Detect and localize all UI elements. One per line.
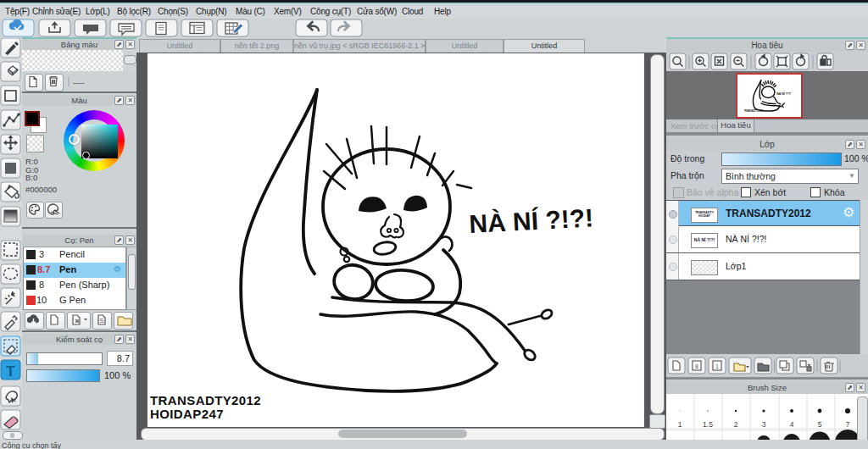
svg-text:7: 7 bbox=[846, 420, 850, 429]
svg-text:1: 1 bbox=[678, 420, 682, 429]
svg-text:NÀ NÍ ?!?!: NÀ NÍ ?!?! bbox=[776, 91, 791, 96]
svg-text:T: T bbox=[6, 363, 15, 380]
svg-text:4: 4 bbox=[790, 420, 794, 429]
svg-text:3: 3 bbox=[762, 420, 766, 429]
svg-text:5: 5 bbox=[818, 420, 822, 429]
svg-text:HOIDAP247: HOIDAP247 bbox=[150, 407, 224, 421]
svg-text:1.5: 1.5 bbox=[703, 420, 713, 429]
svg-text:NÀ NÍ ?!?!: NÀ NÍ ?!?! bbox=[469, 203, 594, 238]
svg-text:2: 2 bbox=[734, 420, 738, 429]
svg-text:8: 8 bbox=[695, 363, 698, 369]
svg-text:1: 1 bbox=[715, 363, 719, 369]
svg-text:TRANSADTY2012: TRANSADTY2012 bbox=[150, 393, 261, 407]
svg-text:S: S bbox=[99, 317, 103, 324]
